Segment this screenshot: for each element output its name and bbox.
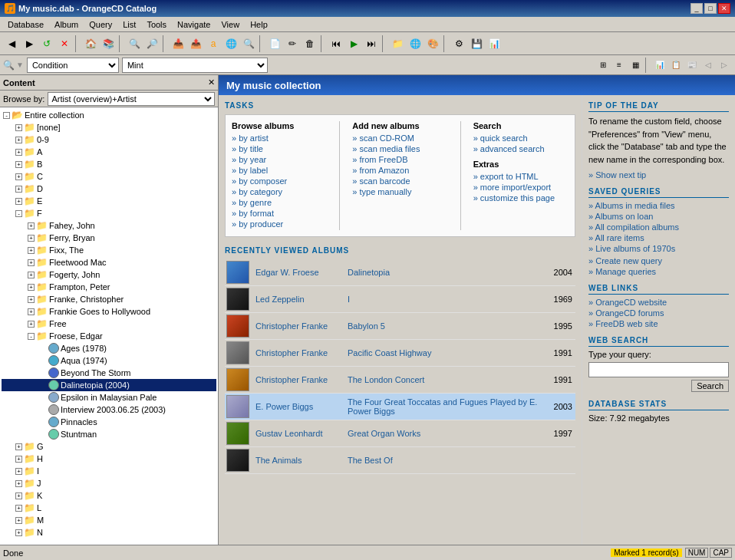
- tree-toggle[interactable]: -: [3, 112, 10, 119]
- media-button[interactable]: 💾: [468, 35, 485, 52]
- browse-link[interactable]: by format: [232, 209, 327, 218]
- refresh-button[interactable]: ↺: [38, 35, 55, 52]
- browse-link[interactable]: by label: [232, 166, 327, 175]
- delete-button[interactable]: 🗑: [302, 35, 318, 52]
- filter-icon-a[interactable]: 📊: [652, 58, 667, 73]
- collection-button[interactable]: 📚: [100, 35, 117, 52]
- web-link[interactable]: OrangeCD website: [588, 298, 729, 307]
- tree-item[interactable]: +📁Frampton, Peter: [2, 281, 216, 293]
- filter-icon-d[interactable]: ◁: [700, 58, 716, 73]
- tree-toggle[interactable]: +: [15, 137, 22, 143]
- forward-button[interactable]: ▶: [21, 35, 38, 52]
- album-artist-cell[interactable]: Christopher Franke: [252, 340, 344, 367]
- tree-toggle[interactable]: +: [28, 235, 35, 242]
- next-button[interactable]: ⏭: [363, 35, 380, 52]
- menu-list[interactable]: List: [118, 19, 140, 30]
- saved-query-link[interactable]: Live albums of 1970s: [588, 244, 729, 253]
- tree-toggle[interactable]: -: [15, 210, 22, 217]
- browse-select[interactable]: Artist (overview)+Artist: [48, 92, 215, 106]
- color-button[interactable]: 🎨: [424, 35, 441, 52]
- mint-select[interactable]: Mint: [122, 58, 268, 73]
- tree-toggle[interactable]: -: [28, 333, 35, 340]
- tree-item[interactable]: +📁K: [2, 489, 216, 502]
- filter-icon-b[interactable]: 📋: [668, 58, 684, 73]
- tree-toggle[interactable]: +: [15, 456, 22, 463]
- minimize-button[interactable]: _: [691, 3, 703, 14]
- tree-item[interactable]: +📁Ferry, Bryan: [2, 232, 216, 244]
- scan-button[interactable]: 🔍: [240, 35, 257, 52]
- album-title-cell[interactable]: The Four Great Toccatas and Fugues Playe…: [344, 394, 545, 420]
- album-row[interactable]: Christopher Franke The London Concert 19…: [225, 367, 575, 394]
- close-button[interactable]: ✕: [718, 3, 730, 14]
- album-artist-cell[interactable]: E. Power Biggs: [252, 394, 344, 420]
- album-artist-cell[interactable]: Led Zeppelin: [252, 286, 344, 313]
- network-button[interactable]: 🌐: [407, 35, 424, 52]
- tree-item[interactable]: +📁E: [2, 195, 216, 207]
- tree-item[interactable]: Epsilon in Malaysian Pale: [2, 391, 216, 404]
- album-title-cell[interactable]: Great Organ Works: [344, 420, 545, 447]
- tree-toggle[interactable]: +: [28, 284, 35, 291]
- saved-query-extra-link[interactable]: Manage queries: [588, 267, 729, 276]
- tree-item[interactable]: +📁Free: [2, 318, 216, 330]
- extras-link[interactable]: more import/export: [473, 183, 569, 192]
- tree-item[interactable]: Dalinetopia (2004): [2, 379, 216, 391]
- tree-item[interactable]: Aqua (1974): [2, 354, 216, 367]
- list-view-button[interactable]: ≡: [611, 58, 627, 73]
- browse-link[interactable]: by category: [232, 187, 327, 196]
- filter-icon-e[interactable]: ▷: [717, 58, 732, 73]
- album-title-cell[interactable]: Pacific Coast Highway: [344, 340, 545, 367]
- search-link[interactable]: quick search: [473, 133, 569, 143]
- menu-help[interactable]: Help: [246, 19, 272, 30]
- tree-toggle[interactable]: +: [15, 517, 22, 524]
- album-artist-cell[interactable]: Christopher Franke: [252, 313, 344, 340]
- folder-button[interactable]: 📁: [389, 35, 406, 52]
- saved-query-link[interactable]: Albums in media files: [588, 201, 729, 210]
- tree-toggle[interactable]: +: [28, 321, 35, 328]
- album-row[interactable]: Edgar W. Froese Dalinetopia 2004: [225, 259, 575, 286]
- tree-item[interactable]: +📁Frankie Goes to Hollywood: [2, 305, 216, 318]
- tree-item[interactable]: Interview 2003.06.25 (2003): [2, 404, 216, 416]
- tree-item[interactable]: -📂Entire collection: [2, 109, 216, 121]
- web-link[interactable]: OrangeCD forums: [588, 308, 729, 318]
- tree-item[interactable]: Pinnacles: [2, 416, 216, 428]
- add-link[interactable]: type manually: [352, 187, 447, 196]
- tree-item[interactable]: +📁Franke, Christopher: [2, 293, 216, 305]
- tree-item[interactable]: +📁G: [2, 440, 216, 453]
- add-link[interactable]: from FreeDB: [352, 155, 447, 164]
- maximize-button[interactable]: □: [704, 3, 717, 14]
- album-row[interactable]: The Animals The Best Of: [225, 447, 575, 474]
- tree-item[interactable]: +📁[none]: [2, 121, 216, 133]
- tree-toggle[interactable]: +: [28, 272, 35, 278]
- menu-tools[interactable]: Tools: [142, 19, 171, 30]
- album-row[interactable]: Led Zeppelin I 1969: [225, 286, 575, 313]
- edit-button[interactable]: ✏: [284, 35, 301, 52]
- tree-toggle[interactable]: +: [15, 198, 22, 205]
- tree-item[interactable]: +📁0-9: [2, 133, 216, 146]
- tree-item[interactable]: +📁B: [2, 158, 216, 170]
- tree-toggle[interactable]: +: [15, 480, 22, 487]
- album-artist-cell[interactable]: The Animals: [252, 447, 344, 474]
- tree-toggle[interactable]: +: [15, 149, 22, 156]
- tree-item[interactable]: -📁Froese, Edgar: [2, 330, 216, 342]
- add-link[interactable]: scan barcode: [352, 176, 447, 186]
- tree-toggle[interactable]: +: [15, 505, 22, 512]
- play-button[interactable]: ▶: [345, 35, 362, 52]
- tree-item[interactable]: +📁H: [2, 453, 216, 465]
- show-next-tip-link[interactable]: Show next tip: [588, 170, 729, 180]
- saved-query-link[interactable]: All compilation albums: [588, 222, 729, 232]
- extras-link[interactable]: export to HTML: [473, 172, 569, 181]
- saved-query-extra-link[interactable]: Create new query: [588, 256, 729, 265]
- filter-icon-c[interactable]: 📰: [684, 58, 700, 73]
- add-link[interactable]: from Amazon: [352, 166, 447, 175]
- view-button[interactable]: 🔍: [126, 35, 143, 52]
- prefs-button[interactable]: ⚙: [450, 35, 467, 52]
- tree-item[interactable]: -📁F: [2, 207, 216, 219]
- album-row[interactable]: Christopher Franke Pacific Coast Highway…: [225, 340, 575, 367]
- tree-item[interactable]: +📁D: [2, 183, 216, 195]
- album-title-cell[interactable]: The London Concert: [344, 367, 545, 394]
- search-button[interactable]: 🔎: [143, 35, 160, 52]
- saved-query-link[interactable]: All rare items: [588, 233, 729, 242]
- tree-item[interactable]: +📁A: [2, 146, 216, 158]
- tree-item[interactable]: +📁M: [2, 514, 216, 526]
- menu-query[interactable]: Query: [84, 19, 117, 30]
